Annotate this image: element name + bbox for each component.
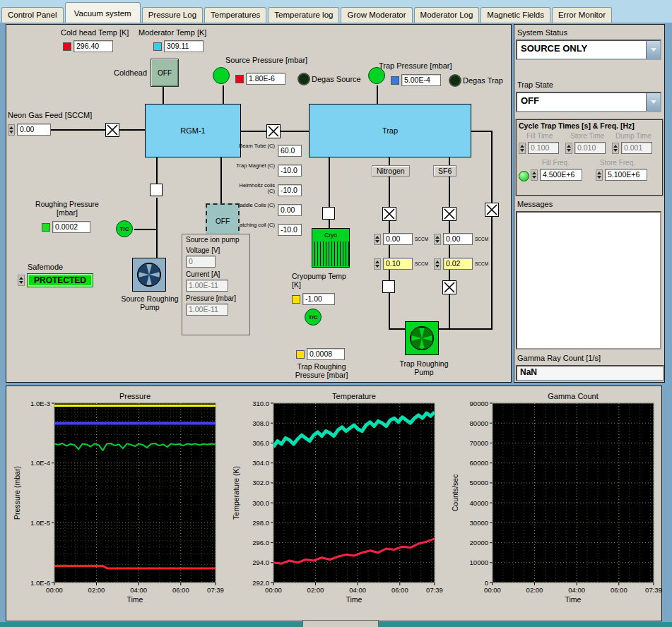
- svg-text:310.0: 310.0: [252, 400, 269, 407]
- flow-2-spinner[interactable]: [434, 234, 441, 245]
- trap-magnet-value[interactable]: -10.0: [278, 165, 302, 177]
- svg-text:02:00: 02:00: [307, 586, 324, 594]
- svg-text:50000: 50000: [470, 479, 488, 486]
- store-time-control: 0.010: [565, 142, 606, 154]
- dropdown-arrow-icon[interactable]: [646, 93, 660, 111]
- cryopump[interactable]: Cryo: [312, 228, 350, 268]
- store-freq-spinner[interactable]: [596, 169, 603, 181]
- dump-time-value[interactable]: 0.001: [621, 142, 652, 154]
- svg-text:298.0: 298.0: [252, 519, 269, 527]
- tab-control-panel[interactable]: Control Panel: [1, 7, 64, 23]
- valve-icon[interactable]: [105, 123, 119, 137]
- valve-icon[interactable]: [442, 207, 456, 221]
- fill-time-spinner[interactable]: [519, 143, 526, 154]
- svg-text:30000: 30000: [470, 519, 488, 527]
- valve-icon[interactable]: [382, 207, 396, 221]
- safemode-spinner[interactable]: [18, 275, 25, 286]
- ion-pressure-value: 1.00E-11: [186, 304, 228, 316]
- svg-text:00:00: 00:00: [46, 586, 63, 594]
- svg-text:80000: 80000: [470, 419, 488, 427]
- cold-head-temp-label: Cold head Temp [K]: [61, 28, 129, 37]
- helmholtz-coils-value[interactable]: -10.0: [278, 184, 302, 196]
- coldhead-power-button[interactable]: OFF: [151, 59, 179, 87]
- wire: [223, 85, 224, 104]
- valve-closed-icon[interactable]: [322, 207, 335, 220]
- roughing-pressure-label: Roughing Pressure [mbar]: [33, 200, 101, 217]
- dropdown-arrow-icon[interactable]: [646, 41, 660, 59]
- wire: [220, 156, 222, 203]
- degas-trap-led[interactable]: [449, 74, 461, 87]
- svg-text:06:00: 06:00: [391, 586, 408, 594]
- trap-state-value: OFF: [517, 93, 646, 111]
- fill-freq-spinner[interactable]: [531, 169, 538, 181]
- trap-pressure-display: 5.00E-4: [391, 74, 441, 86]
- neon-feed-spinner[interactable]: [8, 124, 15, 136]
- flow-3-value[interactable]: 0.10: [383, 258, 413, 270]
- store-time-spinner[interactable]: [565, 143, 572, 154]
- tab-moderator-log[interactable]: Moderator Log: [414, 7, 480, 23]
- pump-icon: [408, 324, 436, 352]
- svg-text:Time: Time: [127, 595, 143, 604]
- flow-4-value[interactable]: 0.02: [443, 258, 473, 270]
- store-time-value[interactable]: 0.010: [574, 142, 606, 154]
- flow-1-spinner[interactable]: [374, 234, 381, 245]
- tab-error-monitor[interactable]: Error Monitor: [552, 7, 612, 23]
- flow-3-spinner[interactable]: [374, 258, 381, 270]
- tab-temperatures[interactable]: Temperatures: [204, 7, 266, 23]
- cycle-led: [519, 171, 529, 181]
- wire: [377, 85, 378, 104]
- beam-tube-value[interactable]: 60.0: [278, 145, 302, 157]
- beam-tube-label: Beam Tube (C): [234, 143, 275, 149]
- matching-coil-value[interactable]: -10.0: [278, 224, 302, 236]
- messages-box[interactable]: [516, 211, 661, 350]
- system-status-dropdown[interactable]: SOURCE ONLY: [516, 40, 661, 60]
- tab-magnetic-fields[interactable]: Magnetic Fields: [481, 7, 550, 23]
- svg-text:306.0: 306.0: [252, 439, 269, 447]
- fill-freq-value[interactable]: 4.500E+6: [540, 169, 582, 181]
- degas-source-led[interactable]: [297, 73, 310, 85]
- trap-roughing-pressure-label: Trap Roughing Pressure [mbar]: [286, 362, 357, 380]
- fill-time-label: Fill Time: [526, 132, 553, 140]
- green-indicator: [42, 223, 50, 232]
- safemode-value[interactable]: PROTECTED: [27, 273, 93, 287]
- fill-time-value[interactable]: 0.100: [528, 142, 559, 154]
- neon-feed-value[interactable]: 0.00: [17, 124, 51, 136]
- moderator-temp-value: 309.11: [164, 40, 204, 52]
- tab-pressure-log[interactable]: Pressure Log: [142, 7, 203, 23]
- svg-text:308.0: 308.0: [252, 419, 269, 427]
- dump-time-label: Dump Time: [615, 132, 652, 140]
- flow-4-spinner[interactable]: [434, 258, 441, 270]
- svg-text:1.0E-5: 1.0E-5: [30, 519, 50, 527]
- svg-text:1.0E-3: 1.0E-3: [30, 400, 50, 407]
- trap-roughing-pump-icon[interactable]: [405, 321, 439, 355]
- tab-temperature-log[interactable]: Temperature log: [268, 7, 339, 23]
- moderator-temp-display: 309.11: [153, 40, 204, 52]
- valve-icon[interactable]: [266, 124, 281, 138]
- trap-state-dropdown[interactable]: OFF: [516, 92, 661, 112]
- svg-text:0: 0: [485, 579, 488, 587]
- ion-voltage-value: 0: [186, 256, 216, 268]
- messages-label: Messages: [517, 200, 553, 208]
- valve-icon[interactable]: [485, 203, 499, 217]
- valve-closed-icon[interactable]: [382, 280, 395, 293]
- svg-text:07:39: 07:39: [426, 586, 443, 594]
- flow-2-value[interactable]: 0.00: [443, 233, 473, 245]
- degas-trap-label: Degas Trap: [463, 76, 503, 85]
- svg-text:Pressure: Pressure: [119, 392, 151, 400]
- tc-label: T/C: [309, 314, 318, 321]
- source-roughing-pump-icon[interactable]: [132, 258, 166, 292]
- store-freq-value[interactable]: 5.100E+6: [605, 169, 647, 181]
- tab-grow-moderator[interactable]: Grow Moderator: [341, 7, 412, 23]
- source-pressure-label: Source Pressure [mbar]: [225, 56, 307, 64]
- source-pressure-gauge: [213, 67, 230, 84]
- source-pressure-display: 1.80E-6: [235, 73, 285, 85]
- svg-text:02:00: 02:00: [88, 586, 105, 594]
- valve-icon[interactable]: [442, 280, 456, 294]
- source-ion-pump-group: Source ion pump Voltage [V] 0 Current [A…: [182, 234, 250, 335]
- flow-1-value[interactable]: 0.00: [383, 233, 413, 245]
- svg-text:304.0: 304.0: [252, 459, 269, 467]
- dump-time-spinner[interactable]: [612, 143, 619, 154]
- saddle-coils-value[interactable]: 0.00: [278, 204, 302, 216]
- valve-closed-icon[interactable]: [150, 184, 163, 196]
- tab-vacuum-system[interactable]: Vacuum system: [65, 2, 141, 23]
